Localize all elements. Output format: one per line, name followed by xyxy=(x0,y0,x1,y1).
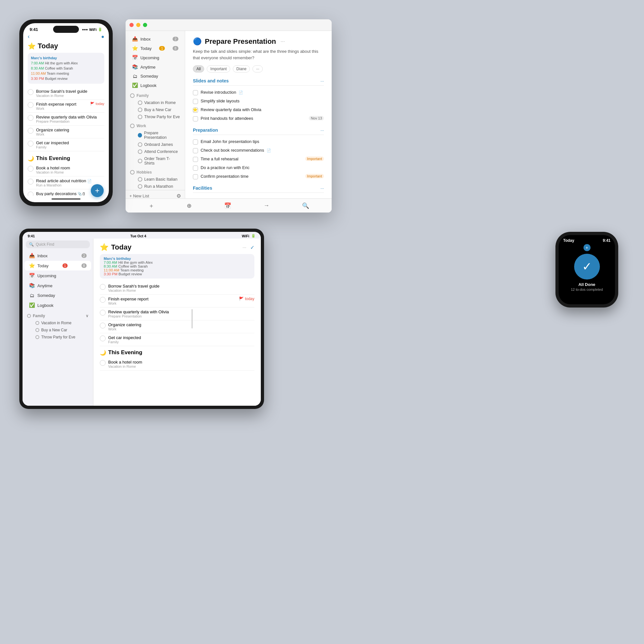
dynamic-island xyxy=(53,26,79,33)
task-cb-confirm[interactable] xyxy=(193,174,198,179)
iphone-content: ⭐ Today Marc's birthday 7:00 AM Hit the … xyxy=(23,40,109,196)
iphone-back-btn[interactable]: ‹ xyxy=(28,33,30,40)
ipad-sidebar-inbox[interactable]: 📥 Inbox 2 xyxy=(24,251,91,260)
ipad-task-expense: Finish expense report Work 🚩 today xyxy=(100,295,254,308)
ipad-cb-hotel[interactable] xyxy=(100,360,106,366)
new-list-btn[interactable]: + New List xyxy=(129,194,149,198)
desktop-content: 📥 Inbox 2 ⭐ Today 1 8 📅 Upcoming 📚 Anyti… xyxy=(126,31,332,198)
watch-plus-btn[interactable]: + xyxy=(583,244,591,251)
sidebar-subitem-onboard-james[interactable]: Onboard James xyxy=(126,141,185,148)
ipad-cb-quarterly[interactable] xyxy=(100,310,106,316)
toolbar-add-btn[interactable]: ＋ xyxy=(148,202,154,210)
ipad-content: 🔍 Quick Find 📥 Inbox 2 ⭐ Today 1 8 📅 Upc… xyxy=(23,239,261,406)
ipad-cb-car[interactable] xyxy=(100,336,106,341)
toolbar-schedule-btn[interactable]: 📅 xyxy=(224,202,231,209)
task-cb-rehearsal[interactable] xyxy=(193,157,198,162)
task-simplify-slides: Simplify slide layouts xyxy=(193,97,324,106)
toolbar-move-btn[interactable]: → xyxy=(264,202,270,209)
ipad-cb-catering[interactable] xyxy=(100,323,106,328)
cal-budget: 3:30 PM Budget review xyxy=(31,76,101,81)
sidebar-subitem-eve-party[interactable]: Throw Party for Eve xyxy=(126,113,185,120)
iphone-cb-catering[interactable] xyxy=(28,128,33,134)
iphone-cb-nutrition[interactable] xyxy=(28,179,33,185)
sidebar-subitem-vacation[interactable]: Vacation in Rome xyxy=(126,99,185,106)
ipad-star-icon: ⭐ xyxy=(100,243,109,251)
task-cb-books[interactable] xyxy=(193,148,198,153)
task-cb-review[interactable]: ⭐ xyxy=(193,108,198,113)
iphone-cb-car[interactable] xyxy=(28,141,33,147)
sidebar-item-anytime[interactable]: 📚 Anytime xyxy=(128,62,183,71)
task-cb-email[interactable] xyxy=(193,139,198,145)
ipad-sidebar-logbook[interactable]: ✅ Logbook xyxy=(24,300,91,310)
inbox-icon: 📥 xyxy=(132,36,138,42)
sidebar-subitem-run-marathon[interactable]: Run a Marathon xyxy=(126,183,185,190)
hobbies-section-header: Hobbies xyxy=(126,167,185,176)
section-more-facilities[interactable]: ··· xyxy=(320,186,324,191)
sidebar-subitem-learn-italian[interactable]: Learn Basic Italian xyxy=(126,176,185,183)
toolbar-search-btn[interactable]: 🔍 xyxy=(302,202,309,209)
iphone-today-tag: 🚩 today xyxy=(90,102,104,106)
filter-all[interactable]: All xyxy=(193,65,204,72)
task-cb-print[interactable] xyxy=(193,116,198,121)
upcoming-icon: 📅 xyxy=(132,55,138,61)
ipad-new-car-item[interactable]: Buy a New Car xyxy=(23,327,93,334)
sidebar-item-inbox[interactable]: 📥 Inbox 2 xyxy=(128,34,183,43)
traffic-light-minimize[interactable] xyxy=(136,23,140,27)
home-bar-line xyxy=(52,198,81,200)
important-badge-confirm: Important xyxy=(305,174,324,178)
ipad-search[interactable]: 🔍 Quick Find xyxy=(26,241,90,248)
toolbar-add-header-btn[interactable]: ⊕ xyxy=(187,202,192,209)
sidebar-subitem-order-tshirts[interactable]: Order Team T-Shirts xyxy=(126,155,185,167)
ipad-sidebar-anytime[interactable]: 📚 Anytime xyxy=(24,281,91,290)
sidebar-subitem-new-car[interactable]: Buy a New Car xyxy=(126,106,185,113)
ipad-cb-borrow[interactable] xyxy=(100,284,106,290)
ipad-sidebar-upcoming[interactable]: 📅 Upcoming xyxy=(24,271,91,280)
ipad-today-icon: ⭐ xyxy=(29,263,35,269)
iphone-cb-borrow[interactable] xyxy=(28,89,33,95)
filter-diane[interactable]: Diane xyxy=(233,65,250,72)
iphone-task-quarterly: Review quarterly data with Olivia Prepar… xyxy=(28,113,104,126)
filter-more[interactable]: ··· xyxy=(252,65,263,72)
traffic-light-close[interactable] xyxy=(129,23,134,27)
sidebar-subitem-attend-conf[interactable]: Attend Conference xyxy=(126,148,185,155)
section-more-prep[interactable]: ··· xyxy=(320,128,324,133)
someday-icon: 🗂 xyxy=(132,73,138,79)
task-cb-eric[interactable] xyxy=(193,166,198,171)
ipad-search-icon: 🔍 xyxy=(29,242,34,247)
sidebar-item-logbook[interactable]: ✅ Logbook xyxy=(128,81,183,90)
iphone-fab-btn[interactable]: + xyxy=(91,184,104,197)
iphone-cb-expense[interactable] xyxy=(28,102,33,108)
ipad-more-btn[interactable]: ··· xyxy=(242,245,246,250)
sidebar-item-upcoming[interactable]: 📅 Upcoming xyxy=(128,53,183,62)
task-more-btn[interactable]: ··· xyxy=(280,39,285,44)
ipad-vacation-icon xyxy=(35,321,39,325)
filter-important[interactable]: Important xyxy=(207,65,230,72)
ipad-sidebar-someday[interactable]: 🗂 Someday xyxy=(24,291,91,300)
iphone-cb-quarterly[interactable] xyxy=(28,115,33,121)
iphone-cb-hotel[interactable] xyxy=(28,166,33,172)
iphone-check-btn[interactable]: ● xyxy=(101,34,104,40)
sidebar-item-someday[interactable]: 🗂 Someday xyxy=(128,72,183,81)
ipad-vacation-item[interactable]: Vacation in Rome xyxy=(23,319,93,327)
section-more-slides[interactable]: ··· xyxy=(320,79,324,83)
ipad-sidebar: 🔍 Quick Find 📥 Inbox 2 ⭐ Today 1 8 📅 Upc… xyxy=(23,239,93,406)
ipad-sidebar-today[interactable]: ⭐ Today 1 8 xyxy=(24,261,91,270)
iphone-cb-decorations[interactable] xyxy=(28,192,33,196)
task-revise-intro: Revise introduction 📄 xyxy=(193,88,324,97)
iphone-task-hotel: Book a hotel room Vacation in Rome xyxy=(28,164,104,176)
watch-progress-circle: ✓ xyxy=(574,254,600,279)
task-cb-revise[interactable] xyxy=(193,90,198,95)
task-cb-simplify[interactable] xyxy=(193,99,198,104)
sidebar-item-today[interactable]: ⭐ Today 1 8 xyxy=(128,44,183,53)
settings-icon[interactable]: ⚙ xyxy=(176,193,181,198)
ipad-family-collapse-btn[interactable]: ∨ xyxy=(86,314,89,318)
ipad-wifi-icon: WiFi xyxy=(242,234,249,238)
sidebar-subitem-prepare-pres[interactable]: Prepare Presentation xyxy=(126,129,185,141)
ipad-eve-party-item[interactable]: Throw Party for Eve xyxy=(23,334,93,341)
ipad-anytime-icon: 📚 xyxy=(29,283,35,289)
traffic-light-maximize[interactable] xyxy=(143,23,147,27)
ipad-battery-icon: 🔋 xyxy=(251,234,256,238)
ipad-check-btn[interactable]: ✓ xyxy=(250,244,254,251)
attend-conf-icon xyxy=(138,149,142,154)
ipad-cb-expense[interactable] xyxy=(100,297,106,303)
